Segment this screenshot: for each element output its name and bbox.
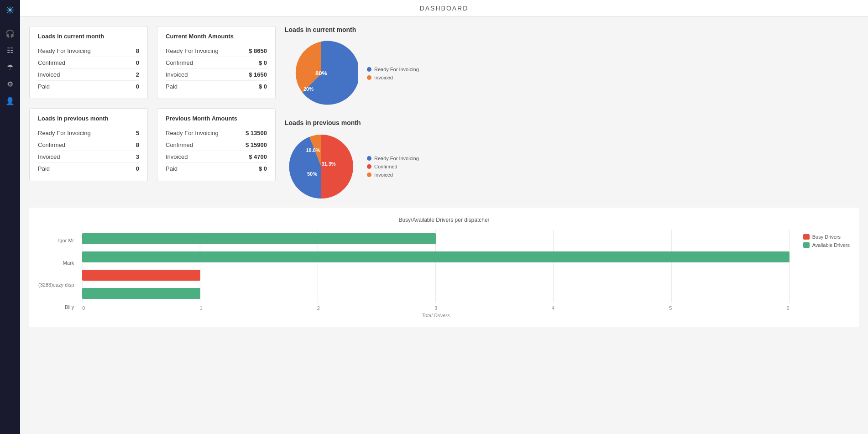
svg-text:20%: 20% [303,86,314,92]
pie-current-legend: Ready For Invoicing Invoiced [367,67,419,80]
bar-row-billy [82,284,789,303]
stat-value: 3 [136,153,139,160]
svg-text:31.3%: 31.3% [321,161,335,167]
header-title: DASHBOARD [420,5,469,12]
bar-eazy-busy [82,270,200,281]
previous-month-amounts-title: Previous Month Amounts [166,115,267,122]
amounts-stats: Current Month Amounts Ready For Invoicin… [157,26,276,203]
stat-value: $ 13500 [246,130,267,136]
sidebar-icon-table[interactable]: ☷ [7,46,13,55]
stat-row: Invoiced 2 [38,69,139,81]
legend-item: Invoiced [367,75,419,80]
stat-label: Ready For Invoicing [38,130,91,136]
bar-mark-available [82,251,789,262]
stat-label: Confirmed [38,141,65,148]
stat-row: Paid 0 [38,163,139,174]
stat-row: Ready For Invoicing $ 8650 [166,45,267,57]
stat-value: $ 15900 [246,141,267,148]
bar-y-axis: Igor Mr Mark (3283)eazy disp Billy [38,230,78,318]
legend-label-busy: Busy Drivers [812,234,841,240]
stat-row: Confirmed $ 15900 [166,139,267,151]
stat-value: $ 0 [259,83,267,90]
stat-value: 2 [136,71,139,78]
stat-row: Confirmed 0 [38,57,139,69]
x-axis-labels: 0 1 2 3 4 5 6 [82,305,789,311]
stat-label: Paid [38,165,50,172]
sidebar-icon-shield[interactable]: ☂ [7,63,13,72]
bar-legend-item-busy: Busy Drivers [803,234,850,240]
legend-label-available: Available Drivers [812,242,850,248]
sidebar: ☀ 🎧 ☷ ☂ ⚙ 👤 [0,0,20,434]
legend-item: Ready For Invoicing [367,67,419,72]
previous-month-amounts-card: Previous Month Amounts Ready For Invoici… [157,108,276,181]
stat-label: Ready For Invoicing [166,47,219,54]
x-tick: 2 [317,305,320,311]
x-tick: 1 [199,305,202,311]
x-tick: 5 [669,305,672,311]
bar-row-eazy [82,266,789,284]
page-title: DASHBOARD [20,0,868,17]
legend-dot-blue [367,67,371,72]
x-tick: 3 [434,305,437,311]
y-label: Mark [38,254,74,272]
main-content: DASHBOARD Loads in current month Ready F… [20,0,868,434]
sidebar-icon-person[interactable]: 👤 [5,97,15,105]
bar-plot: 0 1 2 3 4 5 6 Total Drivers [82,230,789,318]
stat-row: Ready For Invoicing 5 [38,127,139,139]
previous-month-loads-title: Loads in previous month [38,115,139,122]
bar-chart-layout: Igor Mr Mark (3283)eazy disp Billy [38,230,850,318]
bar-row-igor [82,230,789,248]
stat-value: 5 [136,130,139,136]
stat-value: 0 [136,165,139,172]
pie-previous-legend: Ready For Invoicing Confirmed Invoiced [367,156,419,178]
stat-row: Invoiced $ 1650 [166,69,267,81]
stat-row: Confirmed 8 [38,139,139,151]
stat-row: Invoiced 3 [38,151,139,163]
bar-chart-section: Busy/Available Drivers per dispatcher Ig… [29,208,859,327]
stat-row: Paid $ 0 [166,81,267,92]
legend-dot-blue [367,156,371,161]
stat-label: Confirmed [166,59,193,66]
bar-rows-container [82,230,789,303]
stat-value: 0 [136,83,139,90]
x-tick: 6 [787,305,790,311]
bar-chart-title: Busy/Available Drivers per dispatcher [38,217,850,223]
stat-label: Paid [166,165,178,172]
stat-label: Paid [38,83,50,90]
pie-previous-wrapper: 50% 31.3% 18.8% Ready For Invoicing [285,130,419,203]
pie-current-svg: 80% 20% [285,37,358,110]
bar-legend-item-available: Available Drivers [803,242,850,248]
current-month-loads-card: Loads in current month Ready For Invoici… [29,26,148,99]
bar-row-mark [82,248,789,266]
y-label: Billy [38,298,74,316]
legend-dot-red [367,164,371,169]
stat-label: Invoiced [38,71,60,78]
current-month-amounts-title: Current Month Amounts [166,33,267,40]
x-tick: 0 [82,305,85,311]
sidebar-icon-headset[interactable]: 🎧 [5,29,15,38]
legend-label: Ready For Invoicing [374,156,419,161]
top-section: Loads in current month Ready For Invoici… [29,26,859,203]
stat-value: $ 4700 [249,153,267,160]
sidebar-icon-gear[interactable]: ⚙ [7,80,13,89]
pie-current-title: Loads in current month [285,26,356,33]
stat-label: Invoiced [166,71,188,78]
svg-text:18.8%: 18.8% [306,147,320,153]
stat-label: Invoiced [166,153,188,160]
legend-item: Confirmed [367,164,419,169]
current-month-loads-title: Loads in current month [38,33,139,40]
svg-text:80%: 80% [315,70,327,77]
legend-label: Invoiced [374,172,393,178]
stat-label: Ready For Invoicing [166,130,219,136]
stat-row: Paid $ 0 [166,163,267,174]
bar-legend: Busy Drivers Available Drivers [803,230,850,318]
pie-previous-svg: 50% 31.3% 18.8% [285,130,358,203]
svg-text:50%: 50% [307,171,317,177]
stat-label: Confirmed [166,141,193,148]
bar-billy-available [82,288,200,299]
stat-value: $ 0 [259,59,267,66]
legend-color-green [803,242,810,248]
stat-row: Ready For Invoicing $ 13500 [166,127,267,139]
pie-previous-chart: Loads in previous month 50% [285,119,859,203]
previous-month-loads-card: Loads in previous month Ready For Invoic… [29,108,148,181]
